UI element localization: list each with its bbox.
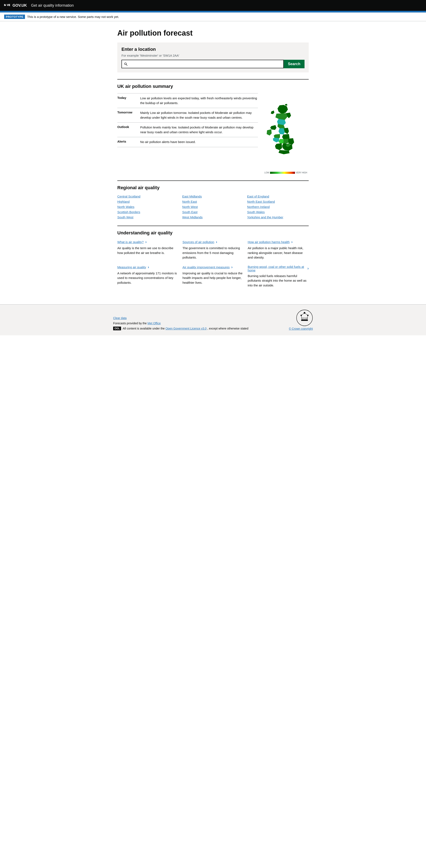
summary-row-label: Tomorrow — [117, 111, 136, 120]
understanding-card-header: Sources of air pollution › — [183, 240, 243, 244]
footer: Clear data Forecasts provided by the Met… — [0, 304, 426, 335]
understanding-card: Burning wood, coal or other solid fuels … — [248, 265, 309, 288]
understanding-card: Air quality improvement measures › Impro… — [183, 265, 243, 288]
summary-row-text: No air pollution alerts have been issued… — [140, 140, 196, 145]
understanding-card-text: Improving air quality is crucial to redu… — [183, 271, 243, 285]
prototype-badge: PROTOTYPE — [4, 14, 25, 19]
svg-point-7 — [307, 315, 308, 316]
understanding-card: What is air quality? › Air quality is th… — [117, 240, 178, 260]
main-content: Air pollution forecast Enter a location … — [113, 21, 313, 304]
chevron-right-icon: › — [216, 240, 217, 244]
search-input[interactable] — [129, 62, 281, 66]
summary-row: Outlook Pollution levels mainly low. Iso… — [117, 123, 258, 137]
svg-point-0 — [125, 63, 127, 65]
legend-gradient-bar — [270, 172, 295, 174]
understanding-card-link[interactable]: What is air quality? — [117, 240, 144, 244]
met-office-link[interactable]: Met Office — [148, 321, 161, 325]
understanding-grid: What is air quality? › Air quality is th… — [117, 240, 309, 288]
chevron-right-icon: › — [148, 265, 149, 269]
location-search-box: Enter a location For example 'Westminste… — [117, 42, 309, 72]
regional-link[interactable]: North Wales — [117, 205, 179, 209]
understanding-card-link[interactable]: Air quality improvement measures — [183, 266, 230, 269]
regional-link[interactable]: Yorkshire and the Humber — [247, 215, 309, 219]
svg-point-6 — [301, 315, 302, 316]
understanding-card: How air pollution harms health › Air pol… — [248, 240, 309, 260]
crown-logo-icon — [4, 2, 11, 9]
understanding-card-header: Measuring air quality › — [117, 265, 178, 269]
page-title: Air pollution forecast — [117, 29, 309, 37]
blue-bar — [0, 11, 426, 12]
understanding-card-text: Air quality is the term we use to descri… — [117, 246, 178, 255]
crown-copyright-link[interactable]: © Crown copyright — [289, 327, 313, 330]
summary-row: Alerts No air pollution alerts have been… — [117, 137, 258, 147]
understanding-card-link[interactable]: Burning wood, coal or other solid fuels … — [248, 265, 306, 272]
understanding-card-link[interactable]: Sources of air pollution — [183, 240, 214, 244]
regional-link[interactable]: South East — [182, 210, 244, 214]
understanding-card-header: How air pollution harms health › — [248, 240, 309, 244]
regional-link[interactable]: West Midlands — [182, 215, 244, 219]
summary-row: Today Low air pollution levels are expec… — [117, 93, 258, 108]
search-icon — [124, 62, 128, 66]
regional-heading: Regional air quality — [117, 185, 309, 190]
understanding-card-link[interactable]: Measuring air quality — [117, 266, 146, 269]
prototype-banner: PROTOTYPE This is a prototype of a new s… — [0, 12, 426, 21]
summary-row-text: Low air pollution levels are expected to… — [140, 96, 258, 105]
summary-heading: UK air pollution summary — [117, 84, 309, 89]
understanding-card-header: Air quality improvement measures › — [183, 265, 243, 269]
understanding-heading: Understanding air quality — [117, 230, 309, 236]
chevron-right-icon: › — [145, 240, 146, 244]
clear-data-link[interactable]: Clear data — [113, 316, 127, 320]
gov-logo[interactable]: GOV.UK — [4, 2, 27, 9]
search-button[interactable]: Search — [284, 60, 304, 68]
regional-link[interactable]: South Wales — [247, 210, 309, 214]
understanding-divider — [117, 226, 309, 226]
header-service-title: Get air quality information — [31, 3, 74, 8]
summary-row-text: Mainly Low air pollution tomorrow. Isola… — [140, 111, 258, 120]
svg-rect-4 — [301, 319, 308, 321]
footer-inner: Clear data Forecasts provided by the Met… — [113, 310, 313, 330]
footer-right: CROWN © Crown copyright — [289, 310, 313, 330]
legend-high-label: VERY HIGH — [296, 172, 307, 174]
legend-low-label: LOW — [264, 172, 269, 174]
forecast-text: Forecasts provided by the Met Office — [113, 321, 249, 325]
regional-link[interactable]: Highland — [117, 200, 179, 204]
regional-link[interactable]: East of England — [247, 195, 309, 198]
understanding-card-text: A network of approximately 171 monitors … — [117, 271, 178, 285]
summary-row-label: Outlook — [117, 125, 136, 134]
regional-link[interactable]: Scottish Borders — [117, 210, 179, 214]
regional-link[interactable]: South West — [117, 215, 179, 219]
understanding-card: Measuring air quality › A network of app… — [117, 265, 178, 288]
summary-divider — [117, 79, 309, 80]
summary-row-label: Alerts — [117, 140, 136, 145]
regional-link[interactable]: North West — [182, 205, 244, 209]
understanding-card-link[interactable]: How air pollution harms health — [248, 240, 290, 244]
footer-left: Clear data Forecasts provided by the Met… — [113, 316, 249, 330]
location-hint: For example 'Westminster' or 'SW1A 2AA' — [122, 54, 304, 57]
map-container: LOW VERY HIGH — [263, 93, 309, 174]
regional-link[interactable]: Central Scotland — [117, 195, 179, 198]
regional-link[interactable]: East Midlands — [182, 195, 244, 198]
regional-divider — [117, 181, 309, 181]
summary-row: Tomorrow Mainly Low air pollution tomorr… — [117, 108, 258, 123]
summary-wrapper: Today Low air pollution levels are expec… — [117, 93, 309, 174]
banner-text: This is a prototype of a new service. So… — [27, 15, 119, 19]
uk-map — [264, 103, 308, 170]
ogl-badge: OGL — [113, 327, 121, 330]
gov-logo-text: GOV.UK — [12, 3, 27, 8]
search-input-wrapper — [122, 60, 284, 68]
chevron-right-icon: › — [307, 266, 309, 271]
understanding-card-text: Air pollution is a major public health r… — [248, 246, 309, 260]
svg-line-1 — [126, 64, 127, 65]
regional-link[interactable]: North East — [182, 200, 244, 204]
regional-link[interactable]: North East Scotland — [247, 200, 309, 204]
chevron-right-icon: › — [291, 240, 292, 244]
regional-grid: Central ScotlandEast MidlandsEast of Eng… — [117, 195, 309, 219]
understanding-card-text: Burning solid fuels releases harmful pol… — [248, 274, 309, 288]
regional-link[interactable]: Northern Ireland — [247, 205, 309, 209]
summary-rows: Today Low air pollution levels are expec… — [117, 93, 258, 147]
summary-row-label: Today — [117, 96, 136, 105]
chevron-right-icon: › — [231, 265, 233, 269]
svg-point-5 — [304, 312, 305, 314]
summary-row-text: Pollution levels mainly low. Isolated po… — [140, 125, 258, 134]
ogl-link[interactable]: Open Government Licence v3.0 — [165, 327, 206, 330]
